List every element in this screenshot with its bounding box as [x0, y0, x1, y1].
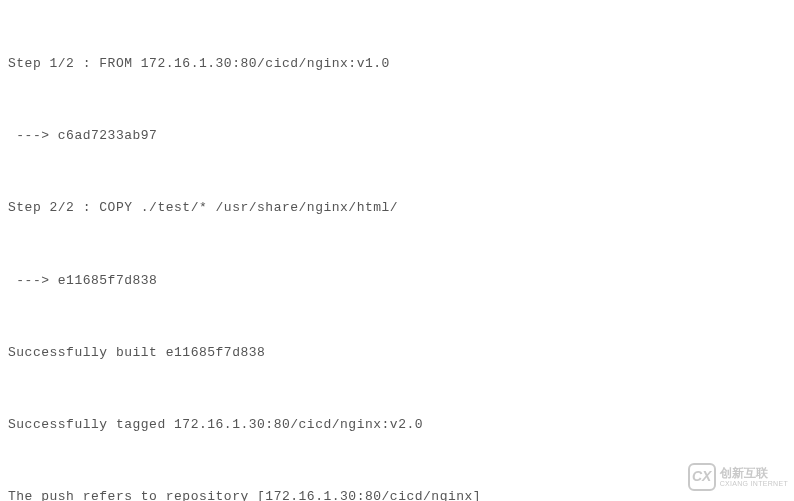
watermark: CX 创新互联 CXIANG INTERNET [688, 461, 788, 493]
build-tagged-line: Successfully tagged 172.16.1.30:80/cicd/… [8, 413, 786, 437]
watermark-text: 创新互联 CXIANG INTERNET [720, 467, 788, 488]
watermark-logo-icon: CX [688, 463, 716, 491]
build-output-line: ---> c6ad7233ab97 [8, 124, 786, 148]
build-step-line: Step 1/2 : FROM 172.16.1.30:80/cicd/ngin… [8, 52, 786, 76]
watermark-cn-text: 创新互联 [720, 467, 788, 480]
watermark-en-text: CXIANG INTERNET [720, 480, 788, 488]
terminal-output: Step 1/2 : FROM 172.16.1.30:80/cicd/ngin… [8, 4, 786, 501]
build-step-line: Step 2/2 : COPY ./test/* /usr/share/ngin… [8, 196, 786, 220]
watermark-logo-text: CX [692, 464, 711, 490]
push-repo-line: The push refers to repository [172.16.1.… [8, 485, 786, 501]
build-success-line: Successfully built e11685f7d838 [8, 341, 786, 365]
build-output-line: ---> e11685f7d838 [8, 269, 786, 293]
